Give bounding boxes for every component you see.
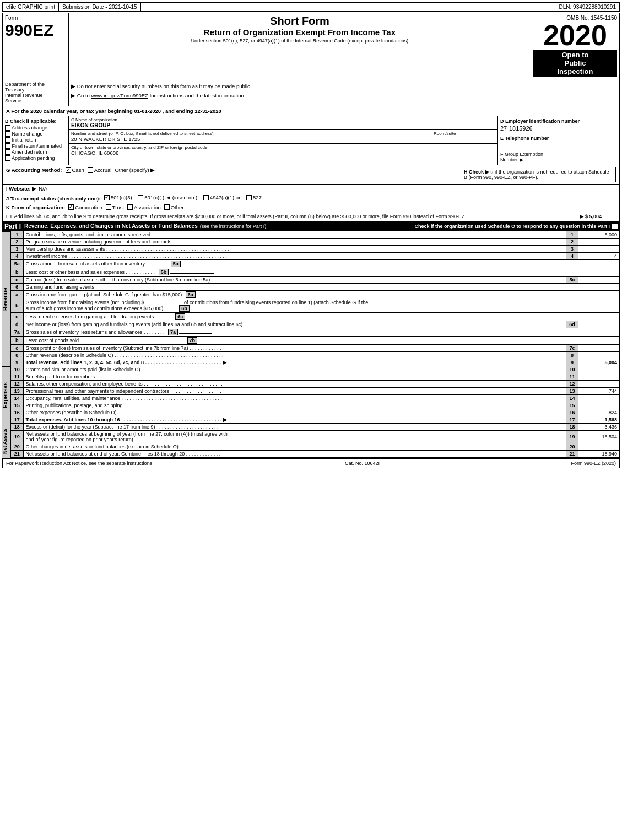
assoc-checkbox[interactable] bbox=[127, 204, 133, 210]
line-num: 13 bbox=[11, 387, 23, 394]
net-assets-table: 18 Excess or (deficit) for the year (Sub… bbox=[11, 424, 620, 458]
amount-cell bbox=[578, 238, 620, 245]
501c-checkbox[interactable] bbox=[138, 195, 143, 200]
dept-instructions-row: Department of the Treasury Internal Reve… bbox=[2, 79, 620, 106]
instructions-col: ▶ Do not enter social security numbers o… bbox=[69, 79, 531, 106]
dept-col: Department of the Treasury Internal Reve… bbox=[3, 79, 69, 106]
revenue-side-label: Revenue bbox=[2, 231, 11, 366]
name-checkbox[interactable] bbox=[5, 131, 10, 137]
assoc-option[interactable]: Association bbox=[127, 204, 161, 210]
527-checkbox[interactable] bbox=[246, 195, 252, 200]
amount-cell: 1,568 bbox=[578, 416, 620, 423]
open-to-public-label: Open to Public Inspection bbox=[533, 50, 617, 77]
line-num: 15 bbox=[11, 402, 23, 409]
cash-checkbox[interactable] bbox=[66, 167, 71, 173]
line-desc: Grants and similar amounts paid (list in… bbox=[23, 366, 566, 373]
line-num: 18 bbox=[11, 424, 23, 431]
501c3-checkbox[interactable] bbox=[104, 195, 110, 200]
line-num: 7a bbox=[11, 328, 23, 336]
table-row: 7a Gross sales of inventory, less return… bbox=[11, 328, 620, 336]
cash-option[interactable]: Cash bbox=[66, 167, 84, 173]
status-527[interactable]: 527 bbox=[246, 194, 262, 200]
org-name-label: C Name of organization bbox=[71, 117, 495, 122]
table-row: 17 Total expenses. Add lines 10 through … bbox=[11, 416, 620, 423]
corp-option[interactable]: Corporation bbox=[68, 204, 102, 210]
other-option[interactable]: Other bbox=[164, 204, 184, 210]
number-arrow: ▶ bbox=[520, 157, 523, 162]
line-desc: Less: cost or other basis and sales expe… bbox=[23, 268, 566, 276]
col-num: 4 bbox=[566, 252, 578, 259]
amount-cell bbox=[578, 259, 620, 268]
inspection-label: Inspection bbox=[534, 67, 616, 75]
line-num: c bbox=[11, 344, 23, 351]
part-i-checkbox[interactable] bbox=[612, 224, 618, 229]
4947-checkbox[interactable] bbox=[203, 195, 209, 200]
org-name-value: EIKON GROUP bbox=[71, 122, 495, 128]
check-initial[interactable]: Initial return bbox=[5, 137, 66, 143]
irs-link[interactable]: www.irs.gov/Form990EZ bbox=[91, 93, 148, 99]
amended-checkbox[interactable] bbox=[5, 149, 10, 155]
pending-checkbox[interactable] bbox=[5, 155, 10, 161]
initial-checkbox[interactable] bbox=[5, 137, 10, 143]
check-address[interactable]: Address change bbox=[5, 125, 66, 131]
col-num bbox=[566, 283, 578, 290]
ein-label: D Employer identification number bbox=[500, 118, 617, 124]
part-i-check-note: Check if the organization used Schedule … bbox=[414, 224, 618, 229]
line-num: 3 bbox=[11, 245, 23, 252]
status-4947[interactable]: 4947(a)(1) or bbox=[203, 194, 240, 200]
efile-label: efile GRAPHIC print bbox=[3, 3, 59, 11]
amount-cell bbox=[578, 366, 620, 373]
check-amended[interactable]: Amended return bbox=[5, 149, 66, 155]
g-label: G Accounting Method: bbox=[6, 167, 62, 173]
line-num: 2 bbox=[11, 238, 23, 245]
amount-cell bbox=[578, 290, 620, 299]
room-field: Room/suite bbox=[431, 130, 497, 143]
amount-cell bbox=[578, 373, 620, 380]
corp-checkbox[interactable] bbox=[68, 204, 74, 210]
amount-cell bbox=[578, 328, 620, 336]
trust-checkbox[interactable] bbox=[106, 204, 111, 210]
col-num bbox=[566, 336, 578, 344]
check-final[interactable]: Final return/terminated bbox=[5, 143, 66, 149]
accrual-checkbox[interactable] bbox=[88, 167, 93, 173]
amount-cell bbox=[578, 443, 620, 450]
accrual-option[interactable]: Accrual bbox=[88, 167, 112, 173]
l-text: L Add lines 5b, 6c, and 7b to line 9 to … bbox=[10, 214, 465, 219]
phone-label: E Telephone number bbox=[500, 134, 617, 141]
inspection-col bbox=[531, 79, 619, 106]
line-desc: Net assets or fund balances at end of ye… bbox=[23, 450, 566, 457]
other-checkbox[interactable] bbox=[164, 204, 170, 210]
col-num: 5c bbox=[566, 276, 578, 283]
col-num: 19 bbox=[566, 430, 578, 443]
check-name[interactable]: Name change bbox=[5, 131, 66, 137]
amount-cell bbox=[578, 336, 620, 344]
amount-cell bbox=[578, 394, 620, 402]
check-pending[interactable]: Application pending bbox=[5, 155, 66, 161]
table-row: 9 Total revenue. Add lines 1, 2, 3, 4, 5… bbox=[11, 359, 620, 366]
status-501c[interactable]: 501(c)( ) ◄ (insert no.) bbox=[138, 194, 197, 200]
omb-section: OMB No. 1545-1150 2020 Open to Public In… bbox=[531, 13, 619, 79]
net-assets-side-label: Net Assets bbox=[2, 424, 11, 458]
amount-cell bbox=[578, 312, 620, 321]
amount-cell bbox=[578, 321, 620, 328]
amount-cell: 18,940 bbox=[578, 450, 620, 457]
amount-cell bbox=[578, 299, 620, 312]
amount-cell: 744 bbox=[578, 387, 620, 394]
line-num: 20 bbox=[11, 443, 23, 450]
status-501c3[interactable]: 501(c)(3) bbox=[104, 194, 132, 200]
form-title-section: Short Form Return of Organization Exempt… bbox=[69, 13, 531, 79]
address-checkbox[interactable] bbox=[5, 125, 10, 131]
line-desc: Gaming and fundraising events bbox=[23, 283, 566, 290]
trust-option[interactable]: Trust bbox=[106, 204, 124, 210]
short-form-title: Short Form bbox=[71, 15, 528, 28]
line-num: 14 bbox=[11, 394, 23, 402]
line-num: 21 bbox=[11, 450, 23, 457]
year-display: 2020 bbox=[533, 21, 617, 50]
line-desc: Gross income from gaming (attach Schedul… bbox=[23, 290, 566, 299]
amount-cell bbox=[578, 344, 620, 351]
paperwork-text: For Paperwork Reduction Act Notice, see … bbox=[6, 460, 154, 466]
main-header: Form 990EZ Short Form Return of Organiza… bbox=[2, 13, 620, 79]
website-value: N/A bbox=[39, 186, 47, 192]
table-row: 11 Benefits paid to or for members . . .… bbox=[11, 373, 620, 380]
final-checkbox[interactable] bbox=[5, 143, 10, 149]
